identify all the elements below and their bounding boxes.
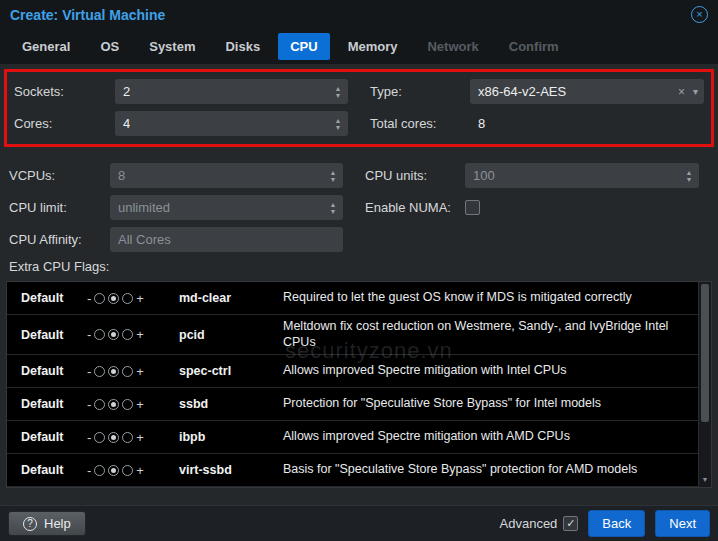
spinner-arrows-icon[interactable]: ▲ ▼ xyxy=(326,195,340,220)
flag-description: Allows improved Spectre mitigation with … xyxy=(283,429,691,445)
plus-icon[interactable]: + xyxy=(136,364,144,379)
help-button[interactable]: ? Help xyxy=(8,511,86,536)
minus-icon[interactable]: - xyxy=(87,364,91,379)
cpu-units-label: CPU units: xyxy=(365,168,465,183)
spinner-down-icon[interactable]: ▼ xyxy=(331,92,345,99)
radio-default-icon[interactable] xyxy=(108,329,119,340)
close-icon[interactable]: × xyxy=(691,6,708,23)
flag-tristate-slider[interactable]: - + xyxy=(87,364,179,379)
clear-icon[interactable]: × xyxy=(678,85,685,99)
cpu-limit-spinner[interactable]: unlimited ▲ ▼ xyxy=(110,195,343,220)
flag-state: Default xyxy=(21,430,87,444)
tab-os[interactable]: OS xyxy=(88,33,131,60)
radio-off-icon[interactable] xyxy=(94,399,105,410)
spinner-up-icon[interactable]: ▲ xyxy=(682,169,696,176)
tab-memory[interactable]: Memory xyxy=(336,33,410,60)
spinner-up-icon[interactable]: ▲ xyxy=(331,85,345,92)
radio-on-icon[interactable] xyxy=(122,293,133,304)
spinner-down-icon[interactable]: ▼ xyxy=(326,208,340,215)
scroll-down-icon[interactable]: ▼ xyxy=(699,473,711,486)
next-button[interactable]: Next xyxy=(655,510,710,537)
table-scrollbar[interactable]: ▼ xyxy=(698,282,711,487)
radio-off-icon[interactable] xyxy=(94,329,105,340)
spinner-arrows-icon[interactable]: ▲ ▼ xyxy=(682,163,696,188)
flag-name: md-clear xyxy=(179,291,283,305)
minus-icon[interactable]: - xyxy=(87,430,91,445)
vcpus-label: VCPUs: xyxy=(4,168,110,183)
minus-icon[interactable]: - xyxy=(87,397,91,412)
flag-tristate-slider[interactable]: - + xyxy=(87,463,179,478)
sockets-value: 2 xyxy=(123,84,130,99)
spinner-up-icon[interactable]: ▲ xyxy=(331,117,345,124)
plus-icon[interactable]: + xyxy=(136,430,144,445)
cores-label: Cores: xyxy=(9,116,115,131)
flag-description: Allows improved Spectre mitigation with … xyxy=(283,363,691,379)
plus-icon[interactable]: + xyxy=(136,327,144,342)
radio-default-icon[interactable] xyxy=(108,293,119,304)
spinner-arrows-icon[interactable]: ▲ ▼ xyxy=(331,111,345,136)
cpu-panel: Sockets: 2 ▲ ▼ Type: x86-64-v2-AES × ▾ C… xyxy=(0,64,718,505)
minus-icon[interactable]: - xyxy=(87,463,91,478)
cpu-units-spinner[interactable]: 100 ▲ ▼ xyxy=(465,163,699,188)
radio-on-icon[interactable] xyxy=(122,399,133,410)
plus-icon[interactable]: + xyxy=(136,463,144,478)
plus-icon[interactable]: + xyxy=(136,291,144,306)
spinner-down-icon[interactable]: ▼ xyxy=(331,124,345,131)
flag-tristate-slider[interactable]: - + xyxy=(87,291,179,306)
flag-tristate-slider[interactable]: - + xyxy=(87,430,179,445)
radio-off-icon[interactable] xyxy=(94,293,105,304)
flag-tristate-slider[interactable]: - + xyxy=(87,327,179,342)
flag-name: virt-ssbd xyxy=(179,463,283,477)
radio-on-icon[interactable] xyxy=(122,432,133,443)
spinner-down-icon[interactable]: ▼ xyxy=(682,176,696,183)
spinner-down-icon[interactable]: ▼ xyxy=(326,176,340,183)
plus-icon[interactable]: + xyxy=(136,397,144,412)
flag-state: Default xyxy=(21,364,87,378)
spinner-up-icon[interactable]: ▲ xyxy=(326,169,340,176)
radio-off-icon[interactable] xyxy=(94,366,105,377)
radio-on-icon[interactable] xyxy=(122,465,133,476)
radio-on-icon[interactable] xyxy=(122,329,133,340)
cpu-affinity-label: CPU Affinity: xyxy=(4,232,110,247)
radio-default-icon[interactable] xyxy=(108,465,119,476)
radio-default-icon[interactable] xyxy=(108,366,119,377)
help-button-label: Help xyxy=(44,516,71,531)
total-cores-value: 8 xyxy=(470,116,485,131)
minus-icon[interactable]: - xyxy=(87,291,91,306)
sockets-spinner[interactable]: 2 ▲ ▼ xyxy=(115,79,348,104)
flag-tristate-slider[interactable]: - + xyxy=(87,397,179,412)
flag-name: ssbd xyxy=(179,397,283,411)
scrollbar-thumb[interactable] xyxy=(701,284,709,422)
cpu-limit-value: unlimited xyxy=(118,200,170,215)
back-button[interactable]: Back xyxy=(588,510,645,537)
vcpus-spinner[interactable]: 8 ▲ ▼ xyxy=(110,163,343,188)
advanced-toggle[interactable]: Advanced ✓ xyxy=(500,516,579,531)
enable-numa-label: Enable NUMA: xyxy=(365,200,465,215)
radio-on-icon[interactable] xyxy=(122,366,133,377)
cpu-affinity-input[interactable]: All Cores xyxy=(110,227,343,252)
cores-spinner[interactable]: 4 ▲ ▼ xyxy=(115,111,348,136)
type-combobox[interactable]: x86-64-v2-AES × ▾ xyxy=(470,79,704,104)
tab-disks[interactable]: Disks xyxy=(213,33,272,60)
minus-icon[interactable]: - xyxy=(87,327,91,342)
radio-default-icon[interactable] xyxy=(108,399,119,410)
chevron-down-icon[interactable]: ▾ xyxy=(693,86,698,97)
advanced-cpu-fields: VCPUs: 8 ▲ ▼ CPU units: 100 ▲ ▼ CPU limi… xyxy=(4,163,714,252)
help-icon: ? xyxy=(23,517,37,531)
tab-general[interactable]: General xyxy=(10,33,82,60)
total-cores-label: Total cores: xyxy=(370,116,470,131)
tab-system[interactable]: System xyxy=(137,33,207,60)
radio-off-icon[interactable] xyxy=(94,465,105,476)
advanced-checkbox[interactable]: ✓ xyxy=(563,516,578,531)
flag-state: Default xyxy=(21,463,87,477)
tab-cpu[interactable]: CPU xyxy=(278,33,329,60)
table-row: Default - + ibpb Allows improved Spectre… xyxy=(7,421,711,454)
spinner-arrows-icon[interactable]: ▲ ▼ xyxy=(331,79,345,104)
radio-default-icon[interactable] xyxy=(108,432,119,443)
flag-state: Default xyxy=(21,397,87,411)
flag-description: Required to let the guest OS know if MDS… xyxy=(283,290,691,306)
radio-off-icon[interactable] xyxy=(94,432,105,443)
enable-numa-checkbox[interactable] xyxy=(465,200,480,215)
spinner-arrows-icon[interactable]: ▲ ▼ xyxy=(326,163,340,188)
spinner-up-icon[interactable]: ▲ xyxy=(326,201,340,208)
